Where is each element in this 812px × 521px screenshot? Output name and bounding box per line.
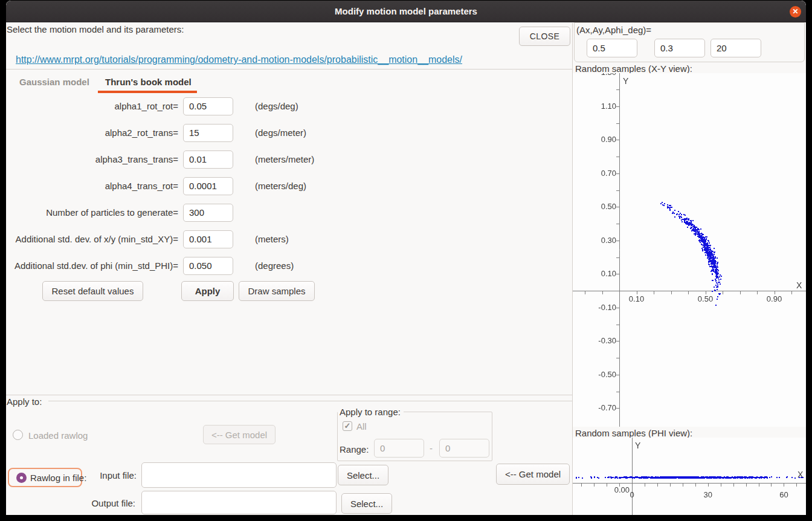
loaded-rawlog-radio[interactable] <box>13 430 23 440</box>
xy-scatter-plot: Y X 0.100.500.901.301.100.900.700.500.30… <box>573 73 806 427</box>
param-label: Additional std. dev. of x/y (min_std_XY)… <box>6 230 178 248</box>
tick-label: 0.10 <box>580 269 616 278</box>
notebook-bottom-border <box>6 395 572 395</box>
get-model-button[interactable]: <-- Get model <box>496 464 570 485</box>
range-from-input[interactable]: 0 <box>374 439 424 458</box>
ay-input[interactable]: 0.3 <box>654 39 705 57</box>
output-file-label: Output file: <box>65 498 135 508</box>
range-label: Range: <box>340 444 369 455</box>
dialog-content: Select the motion model and its paramete… <box>6 23 806 515</box>
active-tab-indicator <box>98 91 197 93</box>
param-unit: (degrees) <box>255 257 294 275</box>
draw-samples-button[interactable]: Draw samples <box>239 281 315 301</box>
phi-plot-title: Random samples (PHI view): <box>575 428 692 438</box>
phi-scatter-canvas <box>573 438 806 515</box>
tick-label: -0.30 <box>580 336 616 345</box>
param-unit: (meters/deg) <box>255 177 306 195</box>
tick-label: -0.50 <box>580 370 616 379</box>
notebook-top-border <box>6 69 572 70</box>
reset-default-values-button[interactable]: Reset default values <box>42 281 143 301</box>
tutorial-link[interactable]: http://www.mrpt.org/tutorials/programmin… <box>16 54 462 65</box>
select-output-file-button[interactable]: Select... <box>341 493 392 514</box>
tick-label: 0.90 <box>756 294 793 303</box>
tick-label: 0.00 <box>593 485 630 494</box>
tick-label: 30 <box>690 490 726 499</box>
all-checkbox-label: All <box>356 421 367 432</box>
tick-label: 0.50 <box>580 202 616 211</box>
param-input[interactable]: 0.0001 <box>183 177 233 195</box>
window-title: Modify motion model parameters <box>6 1 806 22</box>
tick-label: 0.50 <box>688 294 724 303</box>
phi-y-axis-name: Y <box>635 441 640 450</box>
param-label: Additional std.dev. of phi (min_std_PHI)… <box>6 257 178 275</box>
rawlog-in-file-radio[interactable] <box>16 473 27 483</box>
loaded-rawlog-label: Loaded rawlog <box>28 430 88 441</box>
tab-gaussian-model[interactable]: Gaussian model <box>19 77 89 87</box>
all-checkbox[interactable]: ✓ <box>343 421 352 431</box>
intro-label: Select the motion model and its paramete… <box>7 24 184 34</box>
input-file-field[interactable] <box>141 462 337 488</box>
select-input-file-button[interactable]: Select... <box>338 465 388 485</box>
param-unit: (degs/deg) <box>255 97 298 115</box>
param-label: alpha1_rot_rot= <box>6 97 178 115</box>
phi-x-axis-name: X <box>798 470 803 479</box>
apply-to-label: Apply to: <box>7 396 42 407</box>
phi-scatter-plot: Y X 030600.00 <box>573 438 806 515</box>
param-unit: (meters) <box>255 230 289 248</box>
param-unit: (meters/meter) <box>255 150 314 169</box>
tick-label: 1.30 <box>580 73 616 77</box>
param-input[interactable]: 0.001 <box>183 230 233 248</box>
tick-label: 0.10 <box>619 294 655 303</box>
range-to-input[interactable]: 0 <box>439 439 489 458</box>
param-input[interactable]: 0.01 <box>183 150 233 169</box>
delta-pose-label: (Ax,Ay,Aphi_deg)= <box>576 25 651 35</box>
tick-label: -0.70 <box>580 403 616 412</box>
param-label: alpha3_trans_trans= <box>6 150 178 169</box>
xy-x-axis-name: X <box>796 280 802 290</box>
tick-label: 0.70 <box>580 169 616 178</box>
tick-label: 60 <box>765 490 802 499</box>
tick-label: 0.30 <box>580 236 616 245</box>
param-input[interactable]: 0.050 <box>183 257 233 275</box>
apply-to-box-border <box>48 401 572 401</box>
tick-label: -0.10 <box>580 303 616 312</box>
param-label: alpha2_rot_trans= <box>6 124 178 142</box>
param-label: alpha4_trans_rot= <box>6 177 178 195</box>
param-input[interactable]: 300 <box>183 204 233 222</box>
param-label: Number of particles to generate= <box>6 204 178 222</box>
get-model-button-disabled[interactable]: <-- Get model <box>203 425 276 444</box>
apply-to-range-label: Apply to range: <box>338 407 404 417</box>
close-dialog-button[interactable]: CLOSE <box>519 27 570 46</box>
tab-thruns-book-model[interactable]: Thrun's book model <box>105 77 192 87</box>
param-input[interactable]: 0.05 <box>183 97 233 115</box>
apply-button[interactable]: Apply <box>181 281 234 301</box>
aphi-input[interactable]: 20 <box>710 39 761 57</box>
ax-input[interactable]: 0.5 <box>587 39 637 57</box>
dialog-window: Modify motion model parameters ✕ Select … <box>6 1 806 515</box>
titlebar[interactable]: Modify motion model parameters ✕ <box>6 1 806 22</box>
xy-plot-title: Random samples (X-Y view): <box>575 63 692 74</box>
param-input[interactable]: 15 <box>183 124 233 142</box>
param-unit: (degs/meter) <box>255 124 306 142</box>
output-file-field[interactable] <box>141 491 337 514</box>
range-dash: - <box>430 443 433 453</box>
xy-y-axis-name: Y <box>623 76 628 86</box>
tick-label: 0.90 <box>580 135 616 144</box>
input-file-label: Input file: <box>66 470 137 481</box>
tick-label: 1.10 <box>580 102 616 111</box>
window-close-button[interactable]: ✕ <box>790 6 801 18</box>
